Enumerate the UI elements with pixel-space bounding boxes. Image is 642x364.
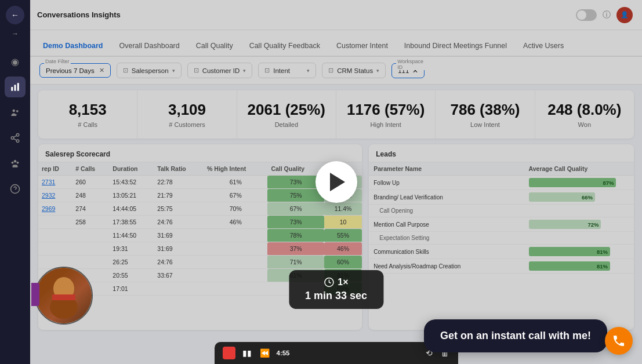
app-title: Conversations Insights — [37, 10, 121, 19]
quality-bar: 81% — [524, 259, 634, 274]
cell-duration: 17:38:55 — [109, 216, 154, 229]
speed-line: 1× — [305, 277, 367, 287]
intent-icon: ⊡ — [264, 67, 270, 74]
cell-calls — [72, 256, 109, 269]
quality-bar — [524, 205, 634, 217]
col-calls: # Calls — [72, 162, 109, 176]
intent-filter[interactable]: ⊡ Intent ▾ — [258, 63, 316, 78]
svg-point-5 — [16, 134, 19, 137]
stat-calls: 8,153 # Calls — [38, 90, 137, 139]
sidebar-icon-users[interactable] — [5, 102, 26, 123]
sidebar-back-button[interactable]: ← — [6, 6, 24, 24]
svg-point-11 — [12, 162, 14, 164]
pause-button[interactable]: ▮▮ — [241, 347, 253, 359]
tab-demo-dashboard[interactable]: Demo Dashboard — [35, 36, 111, 57]
cell-won: 46% — [324, 242, 362, 256]
info-icon[interactable]: ⓘ — [603, 10, 611, 20]
date-filter-chip[interactable]: Previous 7 Days ✕ — [39, 63, 111, 78]
cell-rep-id[interactable]: 2969 — [38, 202, 72, 216]
cell-call-quality: 75% — [267, 189, 324, 202]
crm-status-filter[interactable]: ⊡ CRM Status ▾ — [322, 63, 386, 78]
play-button[interactable] — [315, 161, 357, 203]
quality-bar: 66% — [524, 190, 634, 205]
purple-circle — [31, 283, 39, 306]
sidebar-icon-help[interactable] — [5, 179, 26, 199]
workspace-filter-label: Workspace ID — [396, 59, 425, 70]
svg-rect-0 — [11, 87, 13, 91]
video-controls: ▮▮ ⏪ 4:55 ⟲ 🗑 — [215, 342, 458, 364]
cell-rep-id[interactable]: 2731 — [38, 176, 72, 189]
stat-calls-value: 8,153 — [48, 101, 128, 119]
list-item: Call Opening — [369, 205, 634, 217]
workspace-filter-group: Workspace ID 111 ✕ — [391, 63, 425, 78]
table-row: 258 17:38:55 24:76 46% 73% 10 — [38, 216, 362, 229]
toggle-switch[interactable] — [576, 9, 597, 21]
cell-duration: 13:05:21 — [109, 189, 154, 202]
table-row: 2932 248 13:05:21 21:79 67% 75% 13.2% — [38, 189, 362, 202]
cell-duration: 11:44:50 — [109, 229, 154, 242]
customer-id-filter[interactable]: ⊡ Customer ID ▾ — [187, 63, 253, 78]
col-duration: Duration — [109, 162, 154, 176]
param-name: Call Opening — [369, 205, 524, 217]
table-row: 11:44:50 31:69 78% 55% — [38, 229, 362, 242]
table-row: 2969 274 14:44:05 25:75 70% 67% 11.4% — [38, 202, 362, 216]
col-param-name: Parameter Name — [369, 162, 524, 176]
cell-high-intent — [204, 256, 267, 269]
intent-label: Intent — [273, 67, 290, 74]
quality-bar: 81% — [524, 245, 634, 259]
svg-line-8 — [13, 139, 16, 140]
tab-customer-intent[interactable]: Customer Intent — [328, 36, 396, 57]
cell-call-quality: 71% — [267, 256, 324, 269]
tab-call-quality[interactable]: Call Quality — [188, 36, 241, 57]
col-call-quality: Call Quality — [267, 162, 324, 176]
cell-talk-ratio: 24:76 — [154, 216, 204, 229]
quality-bar: 72% — [524, 217, 634, 232]
stat-customers-value: 3,109 — [147, 101, 227, 119]
stat-detailed: 2061 (25%) Detailed — [237, 90, 336, 139]
sidebar-icon-home[interactable]: ◉ — [5, 51, 26, 72]
cell-rep-id[interactable]: 2932 — [38, 189, 72, 202]
tab-active-users[interactable]: Active Users — [515, 36, 572, 57]
speed-value: 1× — [338, 277, 348, 287]
list-item: Communication Skills 81% — [369, 245, 634, 259]
tab-inbound-funnel[interactable]: Inbound Direct Meetings Funnel — [396, 36, 515, 57]
time-value: 1 min 33 sec — [305, 290, 367, 302]
svg-rect-2 — [17, 83, 19, 91]
cell-talk-ratio: 22:78 — [154, 176, 204, 189]
cell-calls: 258 — [72, 216, 109, 229]
avatar[interactable]: 👤 — [616, 7, 633, 23]
sidebar-icon-chart[interactable] — [5, 77, 26, 97]
phone-button[interactable] — [605, 327, 633, 355]
stat-calls-label: # Calls — [48, 121, 128, 128]
topbar-right: ⓘ 👤 — [576, 7, 633, 23]
stat-low-intent-label: Low Intent — [445, 121, 525, 128]
stat-low-intent-value: 786 (38%) — [445, 101, 525, 119]
sidebar-forward-button[interactable]: → — [9, 28, 21, 39]
webcam-face — [36, 268, 92, 323]
cell-high-intent: 61% — [204, 176, 267, 189]
param-name: Need Analysis/Roadmap Creation — [369, 259, 524, 274]
stop-button[interactable] — [223, 347, 235, 359]
elapsed-time: 4:55 — [277, 350, 290, 356]
tab-overall-dashboard[interactable]: Overall Dashboard — [111, 36, 188, 57]
stat-high-intent: 1176 (57%) High Intent — [336, 90, 436, 139]
rewind-button[interactable]: ⏪ — [259, 347, 271, 359]
speed-time-box: 1× 1 min 33 sec — [289, 270, 383, 309]
tab-call-quality-feedback[interactable]: Call Quality Feedback — [241, 36, 328, 57]
salesperson-filter[interactable]: ⊡ Salesperson ▾ — [117, 63, 182, 78]
nav-tabs: Demo Dashboard Overall Dashboard Call Qu… — [30, 30, 642, 57]
sidebar-icon-share[interactable] — [5, 128, 26, 148]
cell-calls — [72, 229, 109, 242]
main-content: Conversations Insights ⓘ 👤 Demo Dashboar… — [30, 0, 642, 364]
stats-row: 8,153 # Calls 3,109 # Customers 2061 (25… — [38, 90, 634, 139]
stat-won: 248 (8.0%) Won — [535, 90, 634, 139]
sidebar-icon-group[interactable] — [5, 153, 26, 174]
cell-high-intent — [204, 269, 267, 282]
customer-id-icon: ⊡ — [194, 67, 199, 74]
stat-low-intent: 786 (38%) Low Intent — [436, 90, 535, 139]
stat-detailed-label: Detailed — [246, 121, 327, 128]
date-filter-clear[interactable]: ✕ — [99, 67, 104, 74]
svg-line-9 — [13, 136, 16, 137]
date-filter-group: Date Filter Previous 7 Days ✕ — [39, 63, 111, 78]
salesperson-icon: ⊡ — [123, 67, 128, 74]
